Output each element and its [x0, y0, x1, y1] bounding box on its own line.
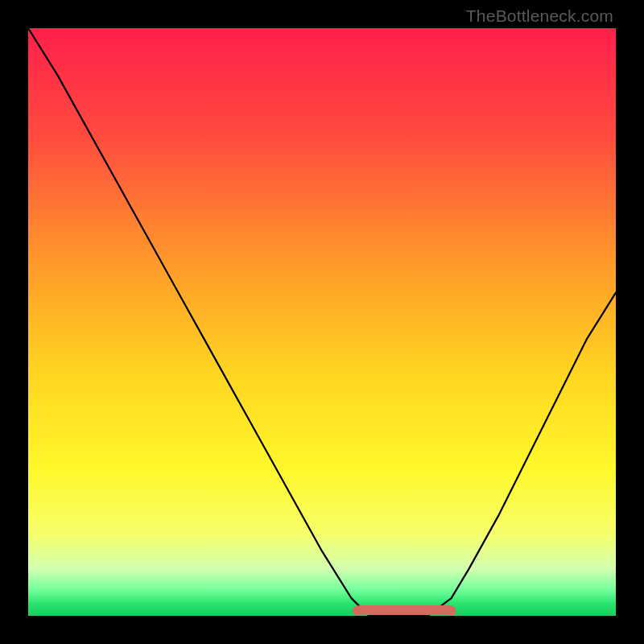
threshold-band — [357, 610, 452, 611]
bottleneck-chart — [28, 28, 616, 616]
gradient-background — [28, 28, 616, 616]
watermark-label: TheBottleneck.com — [466, 6, 613, 26]
plot-area — [28, 28, 616, 616]
chart-frame: TheBottleneck.com — [0, 0, 644, 644]
